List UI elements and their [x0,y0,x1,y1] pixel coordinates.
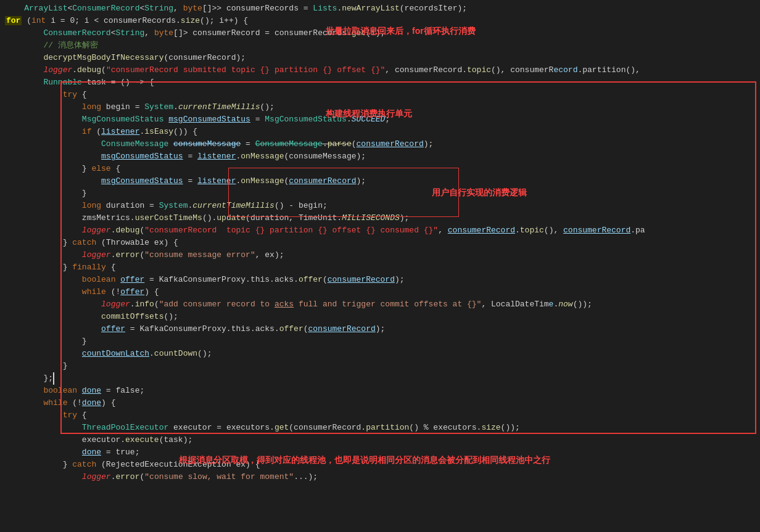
code-line: countDownLatch.countDown(); [0,348,760,360]
code-line: while (!done) { [0,397,760,409]
code-line: } finally { [0,261,760,274]
code-line: logger.debug("consumerRecord submitted t… [0,64,760,76]
code-line: for (int i = 0; i < consumerRecords.size… [0,15,760,27]
code-line: msgConsumedStatus = listener.onMessage(c… [0,175,760,187]
annotation-listener: 用户自行实现的消费逻辑 [432,187,527,198]
code-line: } [0,360,760,372]
code-line: } catch (Throwable ex) { [0,237,760,249]
code-line: commitOffsets(); [0,311,760,323]
code-line: } else { [0,163,760,175]
annotation-partition: 根据消息分区取模，得到对应的线程池，也即是说明相同分区的消息会被分配到相同线程池… [179,455,550,466]
code-line: boolean offer = KafkaConsumerProxy.this.… [0,274,760,286]
code-line: }; [0,372,760,385]
code-line: try { [0,89,760,101]
code-line: logger.debug("consumerRecord topic {} pa… [0,224,760,237]
code-editor: ArrayList<ConsumerRecord<String, byte[]>… [0,0,760,532]
code-line: ThreadPoolExecutor executor = executors.… [0,422,760,434]
code-line: long duration = System.currentTimeMillis… [0,200,760,212]
code-line: logger.info("add consumer record to acks… [0,298,760,311]
code-line: // 消息体解密 [0,39,760,52]
code-line: zmsMetrics.userCostTimeMs().update(durat… [0,212,760,224]
annotation-runnable: 构建线程消费执行单元 [326,108,412,120]
code-line: try { [0,409,760,422]
annotation-for-loop: 批量拉取消息回来后，for循环执行消费 [326,26,476,37]
code-line: msgConsumedStatus = listener.onMessage(c… [0,150,760,163]
code-line: Runnable task = () -> { [0,76,760,89]
code-line: } [0,335,760,348]
code-line: if (listener.isEasy()) { [0,126,760,138]
code-line: logger.error("consume message error", ex… [0,249,760,261]
code-line: decryptMsgBodyIfNecessary(consumerRecord… [0,52,760,64]
code-line: logger.error("consume slow, wait for mom… [0,471,760,483]
code-line: ConsumeMessage consumeMessage = ConsumeM… [0,138,760,150]
code-line: ArrayList<ConsumerRecord<String, byte[]>… [0,2,760,15]
code-line: offer = KafkaConsumerProxy.this.acks.off… [0,323,760,335]
code-line: while (!offer) { [0,286,760,298]
code-line: boolean done = false; [0,385,760,397]
code-line: executor.execute(task); [0,434,760,446]
code-line: } [0,187,760,200]
